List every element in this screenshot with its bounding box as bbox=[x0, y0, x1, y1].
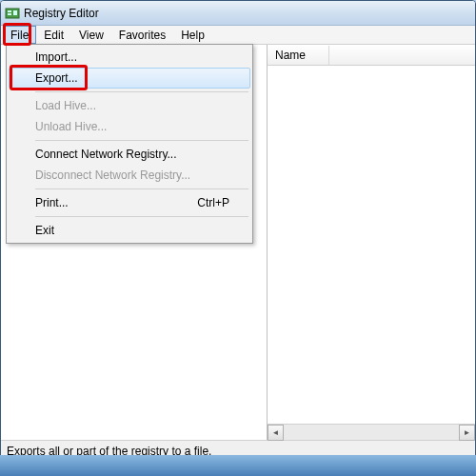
menu-item-label: Import... bbox=[35, 50, 77, 64]
list-header: Name bbox=[268, 45, 475, 66]
scroll-track[interactable] bbox=[284, 425, 459, 440]
menu-separator bbox=[35, 91, 248, 92]
menu-view[interactable]: View bbox=[71, 26, 111, 44]
menu-item-label: Disconnect Network Registry... bbox=[35, 169, 190, 182]
menu-item-export[interactable]: Export... bbox=[9, 68, 250, 89]
menu-item-label: Exit bbox=[35, 224, 54, 237]
svg-rect-3 bbox=[13, 10, 17, 15]
menu-item-import[interactable]: Import... bbox=[9, 47, 250, 68]
menu-item-load-hive: Load Hive... bbox=[9, 95, 250, 116]
column-name[interactable]: Name bbox=[268, 46, 329, 65]
menu-separator bbox=[35, 216, 248, 217]
menu-item-unload-hive: Unload Hive... bbox=[9, 116, 250, 137]
menu-item-print[interactable]: Print... Ctrl+P bbox=[9, 192, 250, 213]
menu-item-label: Export... bbox=[35, 71, 78, 85]
titlebar[interactable]: Registry Editor bbox=[1, 1, 475, 26]
menu-separator bbox=[35, 140, 248, 141]
menu-item-label: Load Hive... bbox=[35, 99, 96, 112]
menu-favorites[interactable]: Favorites bbox=[111, 26, 173, 44]
scroll-left-button[interactable]: ◄ bbox=[268, 425, 284, 441]
taskbar[interactable] bbox=[0, 455, 476, 476]
menu-item-exit[interactable]: Exit bbox=[9, 220, 250, 241]
horizontal-scrollbar[interactable]: ◄ ► bbox=[268, 424, 475, 440]
menu-item-label: Connect Network Registry... bbox=[35, 148, 177, 161]
menu-help[interactable]: Help bbox=[173, 26, 212, 44]
regedit-icon bbox=[5, 6, 20, 21]
svg-rect-2 bbox=[8, 13, 11, 15]
menu-item-label: Print... bbox=[35, 196, 69, 209]
menu-item-label: Unload Hive... bbox=[35, 120, 107, 133]
menu-item-disconnect-network: Disconnect Network Registry... bbox=[9, 165, 250, 186]
file-menu-dropdown: Import... Export... Load Hive... Unload … bbox=[6, 44, 253, 244]
window-title: Registry Editor bbox=[24, 7, 99, 20]
menu-item-shortcut: Ctrl+P bbox=[197, 196, 229, 209]
menu-item-connect-network[interactable]: Connect Network Registry... bbox=[9, 144, 250, 165]
menubar: File Edit View Favorites Help bbox=[1, 26, 475, 45]
list-pane[interactable]: Name ◄ ► bbox=[268, 45, 475, 440]
svg-rect-1 bbox=[8, 10, 11, 12]
menu-file[interactable]: File bbox=[3, 26, 36, 44]
scroll-right-button[interactable]: ► bbox=[459, 425, 475, 441]
menu-edit[interactable]: Edit bbox=[36, 26, 71, 44]
menu-separator bbox=[35, 188, 248, 189]
